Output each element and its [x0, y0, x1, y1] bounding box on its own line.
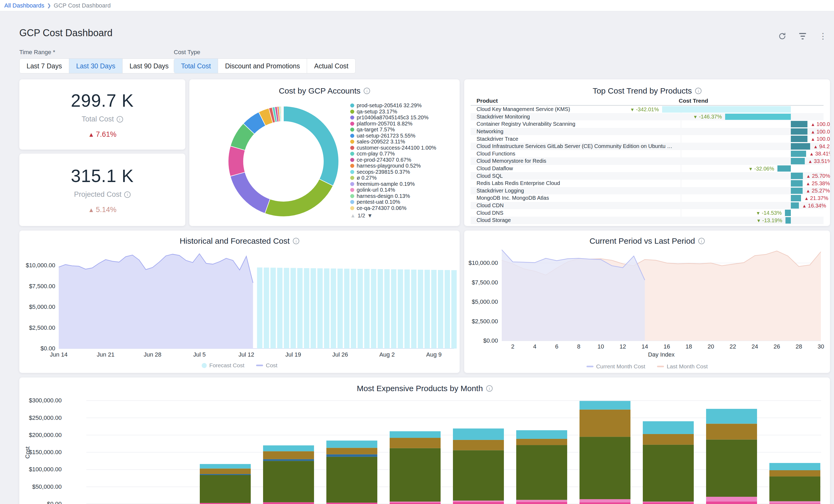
svg-text:$2,500.00: $2,500.00: [29, 324, 55, 331]
up-triangle-icon: ▲: [806, 174, 811, 179]
legend-item[interactable]: uat-setup-261723 5.55%: [350, 133, 454, 139]
legend-item[interactable]: pentest-uat 0.10%: [350, 199, 454, 205]
legend-item[interactable]: platform-205701 8.82%: [350, 120, 454, 127]
info-icon[interactable]: i: [364, 88, 370, 94]
trend-bar: [791, 151, 806, 157]
total-cost-delta: ▲7.61%: [88, 130, 116, 138]
time-range-last-90-days[interactable]: Last 90 Days: [122, 59, 176, 73]
svg-text:Jul 5: Jul 5: [193, 351, 205, 358]
table-row: Networking▲100.00%: [470, 128, 824, 135]
svg-text:$0.00: $0.00: [483, 337, 498, 344]
product-name: Stackdriver Trace: [470, 136, 675, 142]
legend-dot-icon: [350, 140, 354, 144]
cost-type-actual-cost[interactable]: Actual Cost: [307, 59, 355, 73]
legend-item[interactable]: prod-setup-205416 32.29%: [350, 103, 454, 109]
donut-slice-qa-setup[interactable]: [265, 179, 333, 217]
trend-value: ▼-32.06%: [748, 166, 774, 172]
cost-trend-cell: ▼-14.53%: [675, 209, 824, 217]
legend-dot-icon: [350, 104, 354, 108]
legend-item[interactable]: ce-qa-274307 0.06%: [350, 205, 454, 211]
trend-bar: [791, 173, 803, 179]
legend-forecast-cost[interactable]: Forecast Cost: [202, 362, 245, 369]
up-triangle-icon: ▲: [88, 206, 94, 213]
legend-dot-icon: [350, 115, 354, 119]
product-name: Cloud Dataflow: [470, 166, 675, 172]
svg-text:$2,500.00: $2,500.00: [472, 318, 498, 325]
product-name: Cloud Infrastructure Services GitLab Ser…: [470, 143, 675, 149]
legend-item[interactable]: qa-setup 23.17%: [350, 109, 454, 115]
legend-item[interactable]: customer-success-244100 1.00%: [350, 145, 454, 151]
legend-item[interactable]: ø 0.27%: [350, 175, 454, 181]
product-name: Stackdriver Logging: [470, 188, 675, 194]
svg-text:22: 22: [729, 343, 736, 350]
donut-slice-ce-qa-274307[interactable]: [283, 106, 283, 122]
legend-dot-icon: [350, 188, 354, 192]
up-triangle-icon: ▲: [808, 159, 813, 164]
table-row: Stackdriver Logging▲25.27%: [470, 187, 824, 195]
donut-slice-pr10406a87045145c3[interactable]: [231, 172, 270, 213]
down-triangle-icon: ▼: [693, 114, 698, 119]
legend-dot-icon: [350, 128, 354, 132]
svg-text:Jun 14: Jun 14: [50, 351, 68, 358]
legend-item[interactable]: qa-target 7.57%: [350, 127, 454, 133]
svg-text:4: 4: [533, 343, 536, 350]
refresh-icon[interactable]: [778, 31, 787, 41]
column-cost-trend: Cost Trend: [675, 97, 708, 104]
donut-slice-prod-setup-205416[interactable]: [283, 106, 339, 186]
historical-forecast-chart: $10,000.00$7,500.00$5,000.00$2,500.00$0.…: [19, 231, 460, 373]
table-row: Cloud Key Management Service (KMS)▼-342.…: [470, 106, 824, 113]
cost-type-filter: Cost Type Total Cost Discount and Promot…: [174, 49, 356, 73]
current-vs-last-period-chart: $10,000.00$7,500.00$5,000.00$2,500.00$0.…: [464, 231, 830, 373]
info-icon[interactable]: i: [695, 88, 702, 94]
legend-item[interactable]: freemium-sample 0.19%: [350, 181, 454, 187]
donut-slice-platform-205701[interactable]: [228, 146, 245, 176]
legend-item[interactable]: ccm-play 0.77%: [350, 151, 454, 157]
legend-current-month[interactable]: Current Month Cost: [587, 363, 645, 370]
trend-value: ▲94.21%: [813, 143, 830, 149]
breadcrumb-chevron-icon: ❯: [47, 3, 51, 8]
trend-value: ▲100.00%: [811, 136, 830, 142]
svg-text:Jun 28: Jun 28: [144, 351, 161, 358]
cost-trend-cell: ▲25.70%: [675, 172, 824, 180]
legend-item[interactable]: golink-url 0.14%: [350, 187, 454, 193]
projected-cost-label: Projected Cost: [74, 190, 122, 199]
table-row: MongoDB Inc. MongoDB Atlas▲21.37%: [470, 194, 824, 202]
breadcrumb-all-dashboards[interactable]: All Dashboards: [4, 2, 44, 9]
page-down-icon[interactable]: ▼: [367, 213, 373, 219]
down-triangle-icon: ▼: [756, 218, 761, 223]
legend-item[interactable]: ce-prod-274307 0.67%: [350, 157, 454, 163]
legend-item[interactable]: sales-209522 3.11%: [350, 138, 454, 145]
info-icon[interactable]: i: [117, 116, 123, 123]
legend-label: qa-target 7.57%: [357, 127, 395, 133]
svg-text:Aug 2: Aug 2: [379, 351, 395, 358]
cost-type-total-cost[interactable]: Total Cost: [174, 59, 218, 73]
legend-dot-icon: [350, 152, 354, 156]
page-up-icon[interactable]: ▲: [350, 213, 356, 219]
legend-item[interactable]: harness-playground 0.52%: [350, 163, 454, 169]
info-icon[interactable]: i: [124, 192, 131, 198]
legend-dot-icon: [350, 110, 354, 114]
cost-marker-icon: [256, 365, 263, 366]
cost-type-segmented: Total Cost Discount and Promotions Actua…: [174, 59, 356, 73]
cost-type-label: Cost Type: [174, 49, 356, 56]
legend-item[interactable]: harness-design 0.13%: [350, 193, 454, 199]
trend-value: ▲38.41%: [809, 151, 830, 157]
legend-dot-icon: [350, 176, 354, 180]
page-title: GCP Cost Dashboard: [19, 27, 113, 39]
svg-text:$10,000.00: $10,000.00: [468, 260, 498, 266]
legend-last-month[interactable]: Last Month Cost: [657, 363, 708, 370]
legend-item[interactable]: secops-239815 0.37%: [350, 169, 454, 175]
legend-item[interactable]: pr10406a87045145c3 15.20%: [350, 114, 454, 120]
kebab-menu-icon[interactable]: ⋮: [818, 31, 828, 41]
table-row: Stackdriver Monitoring▼-146.37%: [470, 113, 824, 120]
cost-type-discount-promotions[interactable]: Discount and Promotions: [218, 59, 307, 73]
table-row: Cloud CDN▲16.34%: [470, 202, 824, 210]
time-range-last-30-days[interactable]: Last 30 Days: [69, 59, 122, 73]
down-triangle-icon: ▼: [630, 107, 635, 112]
svg-text:$10,000.00: $10,000.00: [26, 262, 55, 269]
legend-label: customer-success-244100 1.00%: [357, 145, 436, 151]
filter-icon[interactable]: [798, 31, 807, 41]
time-range-last-7-days[interactable]: Last 7 Days: [20, 59, 69, 73]
legend-cost[interactable]: Cost: [256, 362, 277, 369]
product-name: Cloud CDN: [470, 202, 675, 209]
